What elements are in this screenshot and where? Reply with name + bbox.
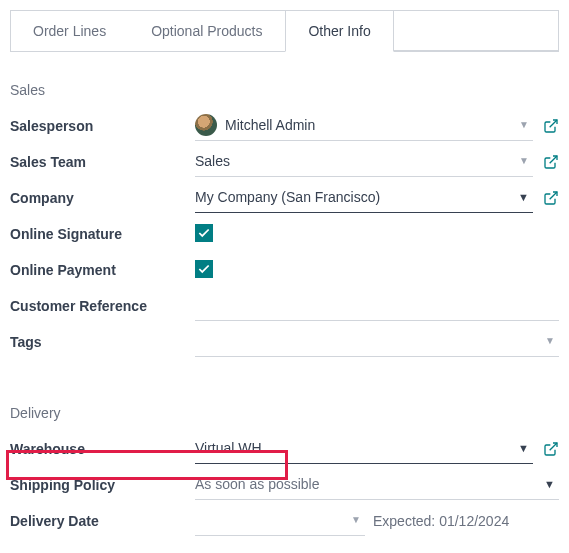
svg-line-2 <box>550 192 557 199</box>
tab-bar: Order Lines Optional Products Other Info <box>10 10 559 52</box>
field-online-payment: Online Payment <box>10 252 559 288</box>
chevron-down-icon[interactable]: ▼ <box>541 335 559 346</box>
external-link-company[interactable] <box>543 190 559 206</box>
check-icon <box>197 262 211 276</box>
field-tags: Tags ▼ <box>10 324 559 360</box>
svg-line-3 <box>550 443 557 450</box>
field-shipping-policy: Shipping Policy As soon as possible ▼ <box>10 467 559 503</box>
value-company: My Company (San Francisco) <box>195 189 506 205</box>
checkbox-online-payment[interactable] <box>195 260 213 278</box>
chevron-down-icon[interactable]: ▼ <box>540 478 559 490</box>
field-customer-reference: Customer Reference <box>10 288 559 324</box>
label-customer-reference: Customer Reference <box>10 298 195 314</box>
external-link-icon <box>543 118 559 134</box>
label-delivery-date: Delivery Date <box>10 513 195 529</box>
tab-optional-products[interactable]: Optional Products <box>129 11 285 51</box>
chevron-down-icon[interactable]: ▼ <box>514 442 533 454</box>
tab-other-info[interactable]: Other Info <box>285 11 393 52</box>
input-delivery-date[interactable]: ▼ <box>195 506 365 536</box>
chevron-down-icon[interactable]: ▼ <box>347 514 365 525</box>
external-link-icon <box>543 154 559 170</box>
svg-line-1 <box>550 156 557 163</box>
svg-line-0 <box>550 120 557 127</box>
input-customer-reference[interactable] <box>195 291 559 321</box>
check-icon <box>197 226 211 240</box>
value-salesperson: Mitchell Admin <box>225 117 507 133</box>
label-tags: Tags <box>10 334 195 350</box>
chevron-down-icon[interactable]: ▼ <box>515 119 533 130</box>
label-salesperson: Salesperson <box>10 118 195 134</box>
input-warehouse[interactable]: Virtual WH ▼ <box>195 434 533 464</box>
field-sales-team: Sales Team Sales ▼ <box>10 144 559 180</box>
external-link-icon <box>543 190 559 206</box>
value-sales-team: Sales <box>195 153 507 169</box>
section-title-sales: Sales <box>10 82 559 98</box>
label-sales-team: Sales Team <box>10 154 195 170</box>
field-warehouse: Warehouse Virtual WH ▼ <box>10 431 559 467</box>
tab-order-lines[interactable]: Order Lines <box>11 11 129 51</box>
field-online-signature: Online Signature <box>10 216 559 252</box>
input-salesperson[interactable]: Mitchell Admin ▼ <box>195 111 533 141</box>
external-link-warehouse[interactable] <box>543 441 559 457</box>
value-shipping-policy: As soon as possible <box>195 476 532 492</box>
chevron-down-icon[interactable]: ▼ <box>515 155 533 166</box>
external-link-icon <box>543 441 559 457</box>
avatar <box>195 114 217 136</box>
input-tags[interactable]: ▼ <box>195 327 559 357</box>
value-warehouse: Virtual WH <box>195 440 506 456</box>
chevron-down-icon[interactable]: ▼ <box>514 191 533 203</box>
input-shipping-policy[interactable]: As soon as possible ▼ <box>195 470 559 500</box>
label-company: Company <box>10 190 195 206</box>
label-warehouse: Warehouse <box>10 441 195 457</box>
section-title-delivery: Delivery <box>10 405 559 421</box>
external-link-sales-team[interactable] <box>543 154 559 170</box>
section-sales: Sales Salesperson Mitchell Admin ▼ Sales… <box>0 82 569 360</box>
input-sales-team[interactable]: Sales ▼ <box>195 147 533 177</box>
field-delivery-date: Delivery Date ▼ Expected: 01/12/2024 <box>10 503 559 539</box>
section-delivery: Delivery Warehouse Virtual WH ▼ Shipping… <box>0 405 569 539</box>
label-shipping-policy: Shipping Policy <box>10 477 195 493</box>
input-company[interactable]: My Company (San Francisco) ▼ <box>195 183 533 213</box>
label-online-signature: Online Signature <box>10 226 195 242</box>
external-link-salesperson[interactable] <box>543 118 559 134</box>
field-salesperson: Salesperson Mitchell Admin ▼ <box>10 108 559 144</box>
checkbox-online-signature[interactable] <box>195 224 213 242</box>
field-company: Company My Company (San Francisco) ▼ <box>10 180 559 216</box>
expected-delivery-text: Expected: 01/12/2024 <box>373 513 509 529</box>
label-online-payment: Online Payment <box>10 262 195 278</box>
